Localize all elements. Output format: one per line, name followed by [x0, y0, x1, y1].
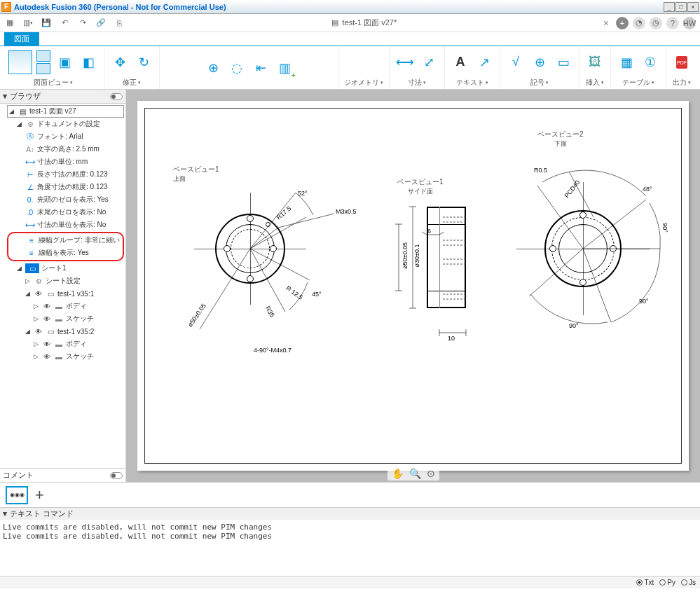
ribbon-group-tables: ▦ ① テーブル▾: [611, 46, 666, 89]
hatch-button[interactable]: ▥+: [275, 58, 294, 78]
tree-root[interactable]: ◢▤test-1 図面 v27: [7, 105, 124, 118]
tree-sheet1[interactable]: ◢▭シート1: [15, 262, 124, 275]
tree-sheet-settings[interactable]: ▷⚙シート設定: [24, 275, 124, 287]
tree-sketch-2[interactable]: ▷👁▬スケッチ: [32, 350, 124, 363]
document-name: test-1 図面 v27*: [343, 18, 397, 28]
sheet-thumbnail-1[interactable]: ◉◉◉: [6, 486, 28, 504]
edge-button[interactable]: ⇤: [251, 58, 270, 78]
move-button[interactable]: ✥: [110, 53, 130, 72]
tree-item-showunit[interactable]: ⟷寸法の単位を表示: No: [24, 219, 124, 231]
maximize-button[interactable]: □: [675, 2, 687, 12]
add-sheet-button[interactable]: +: [35, 486, 44, 504]
pan-button[interactable]: ✋: [392, 468, 404, 479]
view-button-2[interactable]: [36, 50, 50, 62]
radio-txt[interactable]: Txt: [636, 579, 654, 586]
new-tab-button[interactable]: +: [616, 17, 629, 29]
drawing-canvas[interactable]: ベースビュー1上面: [126, 90, 700, 482]
grid-icon[interactable]: ▦: [4, 18, 15, 29]
tree-item-angprec[interactable]: ∠角度寸法の精度: 0.123: [24, 181, 124, 193]
tree-item-leadzero[interactable]: 0.先頭のゼロを表示: Yes: [24, 193, 124, 206]
radio-js[interactable]: Js: [681, 579, 696, 586]
image-button[interactable]: 🖼: [585, 53, 605, 72]
dimension-button[interactable]: ⟷: [395, 53, 415, 72]
centerline-button[interactable]: ⊕: [203, 58, 223, 78]
tree-body-2[interactable]: ▷👁▬ボディ: [32, 338, 124, 350]
svg-line-22: [537, 186, 583, 249]
tree-body-1[interactable]: ▷👁▬ボディ: [32, 300, 124, 312]
cmd-collapse-icon[interactable]: ▶: [2, 512, 8, 516]
text-command-header: ▶ テキスト コマンド: [0, 507, 700, 520]
text-command-output[interactable]: Live commits are disabled, will not comm…: [0, 520, 700, 576]
tree-item-textheight[interactable]: A↕文字の高さ: 2.5 mm: [24, 143, 124, 156]
surface-button[interactable]: √: [506, 53, 526, 72]
centermark-button[interactable]: ◌: [227, 58, 247, 78]
ribbon-group-text: A ↗ テキスト▾: [445, 46, 500, 89]
close-button[interactable]: ×: [687, 2, 699, 12]
svg-line-27: [569, 172, 593, 217]
tab-drawing[interactable]: 図面: [4, 32, 39, 46]
viewport-toolbar: ✋ 🔍 ⊙: [387, 467, 439, 481]
svg-line-25: [583, 249, 611, 322]
tree-item-font[interactable]: Ⓐフォント: Arial: [24, 130, 124, 143]
tree-item-linegroup[interactable]: ≡線幅グループ: 非常に細い: [25, 234, 123, 247]
browser-toggle[interactable]: [110, 93, 123, 100]
ribbon: ▣ ◧ 図面ビュー▾ ✥ ↻ 修正▾ ⊕ ◌ ⇤ ▥+ ジオメトリ▾ ⟷ ⤢ 寸…: [0, 46, 700, 90]
ordinate-button[interactable]: ⤢: [419, 53, 439, 72]
output-format-radios: Txt Py Js: [0, 576, 700, 588]
fit-button[interactable]: ⊙: [427, 468, 435, 479]
zoom-button[interactable]: 🔍: [409, 468, 421, 479]
user-avatar[interactable]: HW: [683, 17, 696, 29]
feature-frame-button[interactable]: ▭: [554, 53, 573, 72]
minimize-button[interactable]: _: [664, 2, 675, 12]
base-view-button[interactable]: [8, 50, 32, 74]
document-tab[interactable]: ▤ test-1 図面 v27*: [132, 18, 596, 28]
redo-icon[interactable]: ↷: [77, 18, 88, 29]
projected-view-button[interactable]: ▣: [55, 53, 74, 72]
ribbon-tabs: 図面: [0, 32, 700, 46]
undo-icon[interactable]: ↶: [59, 18, 70, 29]
comment-label: コメント: [3, 470, 34, 481]
tab-close-icon[interactable]: ×: [603, 18, 609, 29]
tree-sketch-1[interactable]: ▷👁▬スケッチ: [32, 312, 124, 325]
table-button[interactable]: ▦: [617, 53, 636, 72]
radio-py[interactable]: Py: [659, 579, 675, 586]
svg-line-23: [583, 200, 646, 249]
balloon-button[interactable]: ①: [640, 53, 660, 72]
workarea: ▶ ブラウザ ◢▤test-1 図面 v27 ◢⚙ドキュメントの設定 Ⓐフォント…: [0, 90, 700, 482]
rotate-button[interactable]: ↻: [134, 53, 153, 72]
tree-view-2[interactable]: ◢👁▭test-1 v35:2: [24, 325, 124, 338]
tree-item-linprec[interactable]: ⊢長さ寸法の精度: 0.123: [24, 168, 124, 181]
tree-item-trailzero[interactable]: .0末尾のゼロを表示: No: [24, 206, 124, 219]
ribbon-group-modify: ✥ ↻ 修正▾: [104, 46, 160, 89]
ribbon-group-dimensions: ⟷ ⤢ 寸法▾: [390, 46, 445, 89]
link-icon[interactable]: 🔗: [95, 18, 107, 29]
svg-line-13: [439, 232, 444, 235]
text-button[interactable]: A: [451, 53, 470, 72]
ribbon-group-output: PDF 出力▾: [666, 46, 697, 89]
datum-button[interactable]: ⊕: [530, 53, 549, 72]
jobs-icon[interactable]: ◷: [650, 17, 662, 29]
file-icon[interactable]: ▥ ▾: [22, 18, 34, 29]
help-icon[interactable]: ?: [666, 17, 679, 29]
pdf-button[interactable]: PDF: [672, 53, 692, 72]
extensions-icon[interactable]: ◔: [633, 17, 645, 29]
tree-item-showlinew[interactable]: ≡線幅を表示: Yes: [25, 247, 123, 259]
view1: 52° R17.5 M3x0.5 45° R 12.5 R35 ø50±0.05…: [187, 179, 327, 354]
comment-toggle[interactable]: [110, 472, 123, 479]
save-icon[interactable]: 💾: [41, 18, 52, 29]
ribbon-group-symbols: √ ⊕ ▭ 記号▾: [500, 46, 579, 89]
tree-view-1[interactable]: ◢👁▭test-1 v35:1: [24, 287, 124, 300]
open-icon[interactable]: ⎘: [114, 18, 125, 29]
leader-button[interactable]: ↗: [474, 53, 494, 72]
svg-line-26: [529, 249, 583, 296]
collapse-icon[interactable]: ▶: [2, 95, 8, 99]
browser-title: ブラウザ: [10, 91, 41, 102]
view-button-3[interactable]: [36, 63, 50, 74]
ribbon-group-geometry: ジオメトリ▾: [338, 46, 390, 89]
section-view-button[interactable]: ◧: [78, 53, 98, 72]
comment-bar: コメント: [0, 468, 125, 482]
sheet-thumbnail-bar: ◉◉◉ +: [0, 482, 700, 507]
drawing-frame: ベースビュー1上面: [144, 108, 682, 464]
tree-doc-settings[interactable]: ◢⚙ドキュメントの設定: [15, 118, 124, 130]
tree-item-dimunit[interactable]: ⟷寸法の単位: mm: [24, 156, 124, 168]
